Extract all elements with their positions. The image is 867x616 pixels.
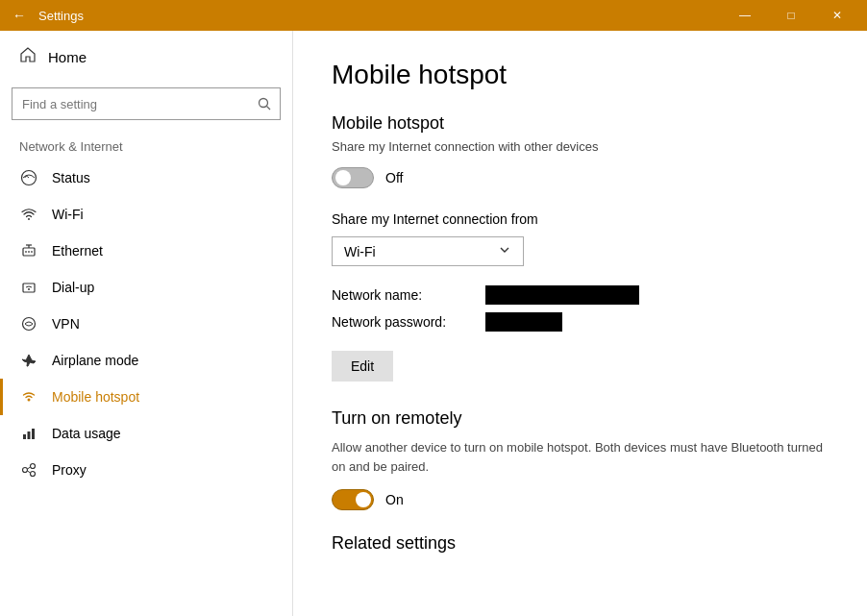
airplane-icon [19,352,38,369]
remote-toggle-row: On [332,489,829,510]
sidebar-item-label: Data usage [52,426,121,441]
hotspot-toggle-label: Off [385,170,403,185]
remote-title: Turn on remotely [332,408,829,429]
titlebar: ← Settings — □ ✕ [0,0,867,31]
app-layout: Home Network & Internet Status [0,31,867,616]
network-name-label: Network name: [332,287,485,303]
remote-toggle[interactable] [332,489,374,510]
sidebar-item-label: Dial-up [52,280,94,295]
hotspot-section: Mobile hotspot Share my Internet connect… [332,113,829,188]
hotspot-section-desc: Share my Internet connection with other … [332,139,829,154]
maximize-button[interactable]: □ [769,0,813,31]
sidebar-item-vpn[interactable]: VPN [0,306,292,342]
sidebar-item-label: Proxy [52,462,87,478]
sidebar-item-label: VPN [52,316,80,332]
network-info: Network name: Network password: [332,285,829,332]
hotspot-toggle[interactable] [332,167,374,188]
hotspot-icon [19,388,38,406]
sidebar-item-hotspot[interactable]: Mobile hotspot [0,379,292,415]
connection-dropdown-wrapper: Wi-Fi [332,236,829,266]
svg-point-18 [31,472,36,477]
svg-line-20 [28,471,31,473]
svg-rect-13 [23,434,26,439]
sidebar-item-label: Ethernet [52,243,103,259]
svg-point-17 [31,464,36,469]
network-password-label: Network password: [332,314,485,330]
share-label: Share my Internet connection from [332,211,829,227]
related-settings-title: Related settings [332,533,829,554]
sidebar-item-ethernet[interactable]: Ethernet [0,233,292,269]
network-name-value [485,285,639,305]
titlebar-controls: — □ ✕ [723,0,859,31]
svg-point-12 [28,399,31,402]
search-icon [249,88,280,119]
network-password-value [485,312,562,332]
sidebar-item-label: Wi-Fi [52,207,84,222]
vpn-icon [19,315,38,333]
back-button[interactable]: ← [8,4,31,27]
dropdown-value: Wi-Fi [344,244,376,259]
svg-rect-9 [23,283,35,292]
proxy-icon [19,461,38,479]
wifi-icon [19,206,38,223]
page-title: Mobile hotspot [332,60,829,90]
svg-line-1 [267,107,271,111]
sidebar-item-data[interactable]: Data usage [0,415,292,452]
titlebar-left: ← Settings [8,4,84,27]
connection-dropdown[interactable]: Wi-Fi [332,236,524,266]
sidebar-item-label: Mobile hotspot [52,389,139,405]
titlebar-title: Settings [38,9,84,23]
svg-rect-14 [28,431,31,439]
close-button[interactable]: ✕ [815,0,859,31]
ethernet-icon [19,242,38,259]
remote-toggle-label: On [385,492,404,507]
remote-section: Turn on remotely Allow another device to… [332,408,829,510]
home-icon [19,46,37,68]
svg-point-0 [260,99,268,108]
remote-desc: Allow another device to turn on mobile h… [332,438,829,476]
svg-point-16 [23,468,28,473]
network-password-row: Network password: [332,312,829,332]
network-name-row: Network name: [332,285,829,305]
search-box[interactable] [12,87,281,120]
minimize-button[interactable]: — [723,0,767,31]
data-icon [19,425,38,442]
sidebar-item-dialup[interactable]: Dial-up [0,269,292,306]
sidebar-item-proxy[interactable]: Proxy [0,452,292,488]
hotspot-toggle-row: Off [332,167,829,188]
sidebar-section-label: Network & Internet [0,132,292,160]
svg-rect-15 [32,429,35,439]
svg-line-19 [28,467,31,469]
sidebar-home[interactable]: Home [0,31,292,84]
sidebar-item-airplane[interactable]: Airplane mode [0,342,292,379]
search-input[interactable] [12,91,249,117]
edit-button[interactable]: Edit [332,351,393,382]
sidebar-item-wifi[interactable]: Wi-Fi [0,196,292,233]
main-content: Mobile hotspot Mobile hotspot Share my I… [293,31,867,616]
sidebar: Home Network & Internet Status [0,31,293,616]
svg-point-10 [28,288,30,290]
sidebar-item-label: Status [52,170,90,185]
status-icon [19,169,38,186]
sidebar-item-label: Airplane mode [52,353,138,368]
home-label: Home [48,49,87,65]
chevron-down-icon [498,243,511,259]
sidebar-item-status[interactable]: Status [0,160,292,196]
dialup-icon [19,279,38,296]
hotspot-section-title: Mobile hotspot [332,113,829,134]
